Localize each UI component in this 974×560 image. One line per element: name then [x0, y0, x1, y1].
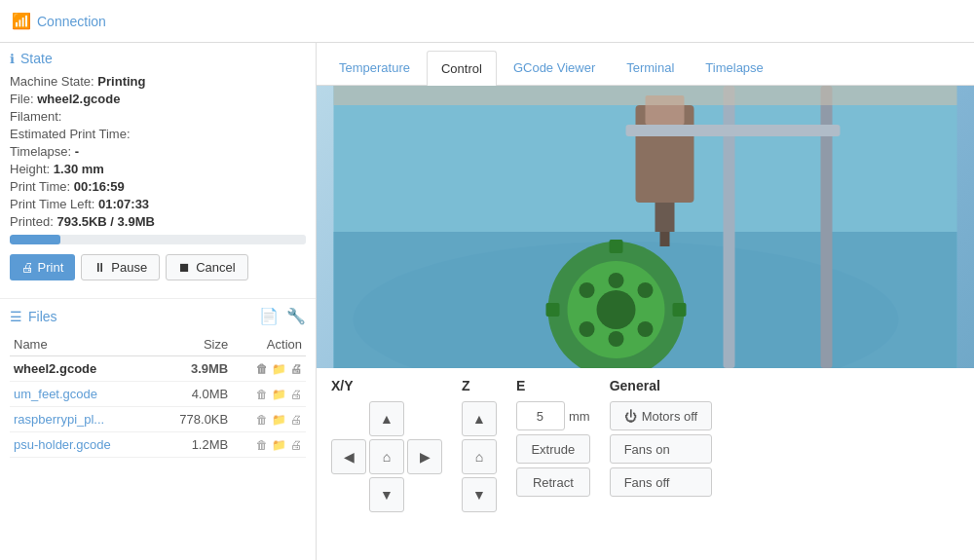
tab-terminal[interactable]: Terminal — [612, 50, 689, 85]
folder-icon[interactable]: 📁 — [272, 413, 286, 427]
xy-right-button[interactable]: ▶ — [407, 439, 442, 474]
xy-empty-bl — [331, 477, 366, 512]
delete-icon[interactable]: 🗑 — [256, 388, 268, 401]
svg-point-5 — [597, 290, 636, 329]
settings-icon[interactable]: 🔧 — [286, 307, 306, 325]
print-time-left-value: 01:07:33 — [98, 197, 149, 211]
folder-icon[interactable]: 📁 — [272, 362, 286, 376]
pause-button[interactable]: ⏸ Pause — [81, 254, 160, 280]
estimated-label: Estimated Print Time: — [10, 127, 131, 141]
file-label: File: — [10, 92, 34, 106]
folder-icon[interactable]: 📁 — [272, 388, 286, 401]
file-name[interactable]: psu-holder.gcode — [10, 432, 154, 458]
svg-rect-9 — [673, 303, 687, 317]
print-icon[interactable]: 🖨 — [290, 362, 302, 376]
xy-left-button[interactable]: ◀ — [331, 439, 366, 474]
xy-home-button[interactable]: ⌂ — [369, 439, 404, 474]
table-row[interactable]: wheel2.gcode 3.9MB 🗑 📁 🖨 — [10, 356, 306, 382]
connection-link[interactable]: Connection — [37, 14, 106, 29]
delete-icon[interactable]: 🗑 — [256, 413, 268, 427]
e-control-group: E mm Extrude Retract — [516, 378, 590, 497]
z-control-group: Z ▲ ⌂ ▼ — [462, 378, 497, 512]
xy-down-button[interactable]: ▼ — [369, 477, 404, 512]
table-row[interactable]: um_feet.gcode 4.0MB 🗑 📁 🖨 — [10, 382, 306, 407]
printer-image — [317, 86, 974, 368]
print-button[interactable]: 🖨 Print — [10, 254, 75, 280]
files-title: ☰ Files — [10, 309, 57, 324]
file-size: 778.0KB — [154, 407, 232, 432]
e-label: E — [516, 378, 525, 393]
printed-row: Printed: 793.5KB / 3.9MB — [10, 214, 306, 229]
xy-empty-br — [407, 477, 442, 512]
state-header: ℹ State — [10, 51, 306, 66]
svg-point-10 — [580, 282, 595, 298]
table-row[interactable]: raspberrypi_pl... 778.0KB 🗑 📁 🖨 — [10, 407, 306, 432]
table-row[interactable]: psu-holder.gcode 1.2MB 🗑 📁 🖨 — [10, 432, 306, 458]
tab-control[interactable]: Control — [427, 51, 497, 86]
print-icon[interactable]: 🖨 — [290, 413, 302, 427]
machine-state-row: Machine State: Printing — [10, 74, 306, 89]
z-home-button[interactable]: ⌂ — [462, 439, 497, 474]
files-actions: 📄 🔧 — [259, 307, 306, 325]
print-time-row: Print Time: 00:16:59 — [10, 179, 306, 194]
z-jog-group: ▲ ⌂ ▼ — [462, 401, 497, 512]
xy-up-button[interactable]: ▲ — [369, 401, 404, 436]
e-value-input[interactable] — [516, 401, 565, 430]
new-file-icon[interactable]: 📄 — [259, 307, 279, 325]
folder-icon[interactable]: 📁 — [272, 438, 286, 452]
retract-button[interactable]: Retract — [516, 467, 590, 497]
print-icon[interactable]: 🖨 — [290, 438, 302, 452]
extrude-button[interactable]: Extrude — [516, 434, 590, 464]
z-up-button[interactable]: ▲ — [462, 401, 497, 436]
height-label: Height: — [10, 162, 50, 176]
file-row: File: wheel2.gcode — [10, 92, 306, 106]
printed-label: Printed: — [10, 214, 54, 229]
estimated-row: Estimated Print Time: — [10, 127, 306, 141]
fans-on-button[interactable]: Fans on — [610, 434, 713, 464]
height-value: 1.30 mm — [54, 162, 104, 176]
files-header: ☰ Files 📄 🔧 — [10, 307, 306, 325]
filament-label: Filament: — [10, 109, 61, 124]
tab-gcode-viewer[interactable]: GCode Viewer — [499, 50, 610, 85]
file-name[interactable]: raspberrypi_pl... — [10, 407, 154, 432]
files-table: Name Size Action wheel2.gcode 3.9MB 🗑 📁 … — [10, 333, 306, 458]
motors-off-button[interactable]: ⏻ Motors off — [610, 401, 713, 430]
printed-value: 793.5KB / 3.9MB — [56, 214, 154, 229]
svg-rect-22 — [626, 125, 841, 136]
state-title: State — [20, 51, 53, 66]
file-actions: 🗑 📁 🖨 — [232, 382, 306, 407]
fans-off-button[interactable]: Fans off — [610, 467, 713, 497]
e-group: mm Extrude Retract — [516, 401, 590, 497]
tab-content-control: X/Y ▲ ◀ ⌂ ▶ ▼ Z — [317, 86, 974, 560]
delete-icon[interactable]: 🗑 — [256, 438, 268, 452]
svg-point-13 — [638, 321, 654, 337]
print-icon[interactable]: 🖨 — [290, 388, 302, 401]
e-input-row: mm — [516, 401, 590, 430]
svg-point-11 — [638, 282, 654, 298]
print-time-left-label: Print Time Left: — [10, 197, 94, 211]
svg-rect-18 — [656, 203, 675, 232]
file-name[interactable]: wheel2.gcode — [10, 356, 154, 382]
file-size: 3.9MB — [154, 356, 232, 382]
tab-temperature[interactable]: Temperature — [324, 50, 425, 85]
svg-point-15 — [609, 331, 624, 347]
tab-timelapse[interactable]: Timelapse — [691, 50, 777, 85]
svg-rect-6 — [610, 240, 623, 253]
svg-point-14 — [609, 273, 624, 288]
filament-row: Filament: — [10, 109, 306, 124]
tabs: Temperature Control GCode Viewer Termina… — [317, 43, 974, 86]
z-down-button[interactable]: ▼ — [462, 477, 497, 512]
cancel-button[interactable]: ⏹ Cancel — [166, 254, 247, 280]
svg-rect-8 — [546, 303, 560, 317]
xy-empty-tl — [331, 401, 366, 436]
delete-icon[interactable]: 🗑 — [256, 362, 268, 376]
list-icon: ☰ — [10, 309, 22, 324]
xy-control-group: X/Y ▲ ◀ ⌂ ▶ ▼ — [331, 378, 442, 512]
timelapse-value: - — [75, 144, 79, 159]
svg-rect-23 — [334, 86, 957, 105]
print-time-value: 00:16:59 — [74, 179, 125, 194]
col-action: Action — [232, 333, 306, 356]
file-name[interactable]: um_feet.gcode — [10, 382, 154, 407]
file-actions: 🗑 📁 🖨 — [232, 356, 306, 382]
print-time-left-row: Print Time Left: 01:07:33 — [10, 197, 306, 211]
